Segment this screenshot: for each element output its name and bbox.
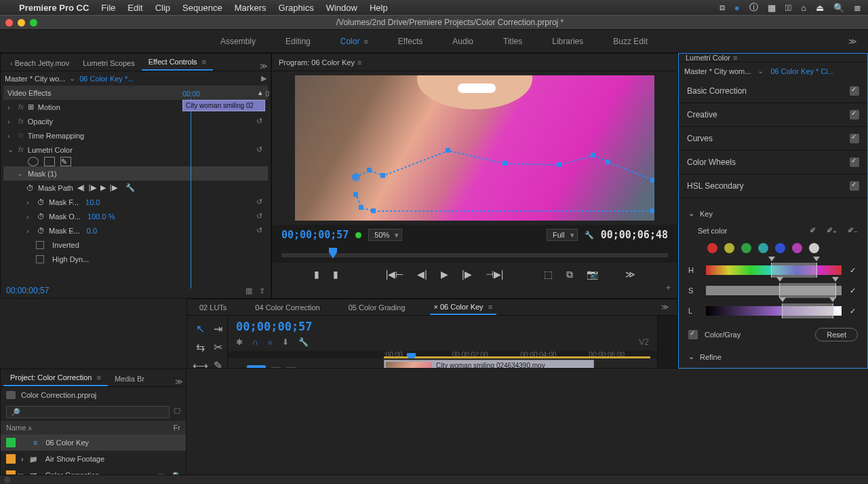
v1-target-button[interactable]: V1 <box>247 365 266 369</box>
pen-mask-button[interactable]: ✎ <box>60 157 71 166</box>
checkbox-icon[interactable] <box>850 181 859 191</box>
project-item-air-show[interactable]: › Air Show Footage <box>1 451 186 467</box>
denoise-slider[interactable]: Denoise 0.0 <box>688 365 858 369</box>
dropbox-icon[interactable]: ⧈ <box>719 2 725 13</box>
menu-window[interactable]: Window <box>326 3 357 13</box>
menu-clip[interactable]: Clip <box>155 3 170 13</box>
track-select-tool-icon[interactable]: ⇥ <box>214 322 222 335</box>
swatch-green[interactable] <box>741 243 751 253</box>
window-minimize-button[interactable] <box>18 19 25 26</box>
info-icon[interactable]: ⓘ <box>749 1 758 14</box>
mark-out-icon[interactable]: ▮ <box>333 269 338 280</box>
ec-high-dynamic[interactable]: High Dyn... <box>3 252 268 266</box>
settings-icon[interactable]: 🔧 <box>298 337 309 347</box>
selection-tool-icon[interactable]: ↖ <box>193 322 208 335</box>
mask-track-stop-icon[interactable]: |▶ <box>110 183 117 192</box>
ec-mask-1[interactable]: ⌄Mask (1) <box>3 166 268 181</box>
workspace-buzzedit[interactable]: Buzz Edit <box>612 34 649 49</box>
lift-icon[interactable]: ⬚ <box>544 269 553 280</box>
program-menu-icon[interactable]: ≡ <box>357 58 361 67</box>
slip-tool-icon[interactable]: ⟷ <box>193 359 208 369</box>
swatch-red[interactable] <box>707 243 717 253</box>
ec-mini-timeline[interactable]: :00:00 0 <box>181 90 269 98</box>
menu-markers[interactable]: Markers <box>235 3 267 13</box>
airplay-icon[interactable]: ⌂ <box>801 3 806 13</box>
lum-slider[interactable]: L ✓ <box>688 301 858 321</box>
mask-next-kf-icon[interactable]: |▶ <box>89 183 96 192</box>
swatch-cyan[interactable] <box>758 243 768 253</box>
step-back-icon[interactable]: ◀| <box>417 269 427 280</box>
go-to-out-icon[interactable]: ⊣▶| <box>486 269 504 280</box>
ec-mask-inverted[interactable]: Inverted <box>3 238 268 252</box>
ec-lumetri-color[interactable]: ⌄fxLumetri Color↺ <box>3 143 268 157</box>
timeline-ruler[interactable]: ;00;00 00;00;02;00 00;00;04;00 00;00;06;… <box>228 351 657 358</box>
new-bin-icon[interactable]: ▢ <box>174 406 180 418</box>
tab-media-browser[interactable]: Media Br <box>108 371 151 386</box>
checkbox-icon[interactable] <box>850 157 859 167</box>
workspace-audio[interactable]: Audio <box>451 34 475 49</box>
program-ruler[interactable] <box>272 245 677 263</box>
wrench-icon[interactable]: 🔧 <box>125 183 135 192</box>
tab-seq-06-colorkey[interactable]: × 06 Color Key ≡ <box>430 300 497 315</box>
pen-tool-icon[interactable]: ✎ <box>214 359 222 369</box>
panel-overflow-icon[interactable]: ≫ <box>661 303 669 312</box>
window-close-button[interactable] <box>5 19 13 26</box>
program-viewer[interactable] <box>272 71 677 225</box>
window-zoom-button[interactable] <box>30 19 37 26</box>
ec-mask-feather[interactable]: ›⏱Mask F...10.0↺ <box>3 195 268 209</box>
eyedropper-add-icon[interactable]: ✐₊ <box>827 226 837 235</box>
ec-opacity[interactable]: ›fxOpacity↺ <box>3 114 268 128</box>
ec-clip-duration-bar[interactable]: City woman smiling 02 <box>182 100 265 111</box>
track-v1[interactable]: 🔒 V1 ⟳ 👁 fx City woman smiling 024634390… <box>228 358 657 369</box>
section-color-wheels[interactable]: Color Wheels <box>679 151 867 174</box>
timeline-tracks[interactable]: 🔒 V1 ⟳ 👁 fx City woman smiling 024634390… <box>228 358 657 369</box>
bezier-mask-overlay[interactable] <box>295 75 654 221</box>
tab-project[interactable]: Project: Color Correction ≡ <box>3 370 108 386</box>
mask-prev-kf-icon[interactable]: ◀| <box>77 183 85 192</box>
tab-seq-02-luts[interactable]: 02 LUTs <box>195 301 231 314</box>
tab-effect-controls[interactable]: Effect Controls ≡ <box>142 54 213 71</box>
clip-city-woman[interactable]: fx City woman smiling 024634390.mov <box>384 360 594 369</box>
swatch-magenta[interactable] <box>792 243 802 253</box>
checkbox-icon[interactable] <box>850 134 859 143</box>
rect-mask-button[interactable] <box>44 157 55 166</box>
mark-in-icon[interactable]: ▮ <box>314 269 319 280</box>
ec-time-remapping[interactable]: ›fxTime Remapping <box>3 128 268 143</box>
h-check-icon[interactable]: ✓ <box>850 266 858 275</box>
menu-graphics[interactable]: Graphics <box>279 3 314 13</box>
program-tc-current[interactable]: 00;00;00;57 <box>281 229 349 241</box>
workspace-color[interactable]: Color <box>339 34 370 49</box>
razor-tool-icon[interactable]: ✂ <box>214 341 222 354</box>
track-v2-label[interactable]: V2 <box>612 337 649 347</box>
ec-effects-only-icon[interactable]: ▥ <box>245 286 252 295</box>
workspace-libraries[interactable]: Libraries <box>551 34 585 49</box>
status-dot-icon[interactable]: ● <box>734 3 740 13</box>
settings-wrench-icon[interactable]: 🔧 <box>585 231 594 240</box>
app-menu[interactable]: Premiere Pro CC <box>19 3 89 13</box>
section-curves[interactable]: Curves <box>679 127 867 151</box>
project-search-input[interactable] <box>6 406 170 418</box>
resolution-select[interactable]: Full <box>547 229 578 241</box>
record-icon[interactable]: ▶⃞ <box>785 3 792 13</box>
menu-help[interactable]: Help <box>370 3 388 13</box>
ec-mask-expansion[interactable]: ›⏱Mask E...0.0↺ <box>3 223 268 238</box>
hsl-key-header[interactable]: ⌄Key <box>688 205 858 222</box>
swatch-white[interactable] <box>809 243 819 253</box>
ec-mask-opacity[interactable]: ›⏱Mask O...100.0 %↺ <box>3 209 268 223</box>
panel-overflow-icon[interactable]: ≫ <box>175 377 183 386</box>
s-check-icon[interactable]: ✓ <box>850 286 858 295</box>
tab-seq-05-grading[interactable]: 05 Color Grading <box>344 301 410 314</box>
mask-track-fwd-icon[interactable]: ▶ <box>100 183 106 192</box>
section-hsl-secondary[interactable]: HSL Secondary <box>679 174 867 198</box>
ec-timecode[interactable]: 00;00;00;57 <box>6 286 49 295</box>
menu-sequence[interactable]: Sequence <box>182 3 222 13</box>
eyedropper-icon[interactable]: ✐ <box>810 226 816 235</box>
project-item-06-color-key[interactable]: 06 Color Key <box>1 434 186 451</box>
workspace-editing[interactable]: Editing <box>284 34 312 49</box>
tab-seq-04-cc[interactable]: 04 Color Correction <box>251 301 323 314</box>
spotlight-icon[interactable]: 🔍 <box>833 3 844 13</box>
linked-selection-icon[interactable]: ⟐ <box>268 337 273 347</box>
ec-share-icon[interactable]: ⇪ <box>259 286 265 295</box>
ripple-tool-icon[interactable]: ⇆ <box>193 341 208 354</box>
checkbox-icon[interactable] <box>850 110 859 119</box>
